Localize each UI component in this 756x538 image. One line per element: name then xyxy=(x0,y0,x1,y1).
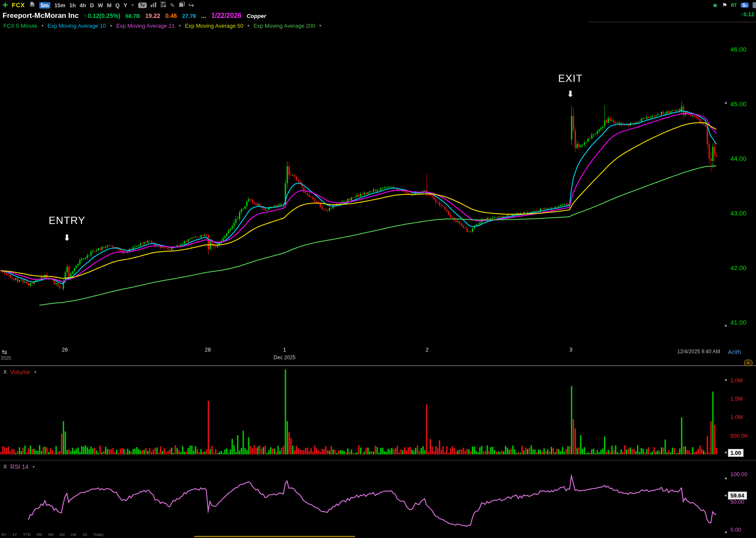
pencil-icon[interactable]: ✎ xyxy=(170,2,175,9)
year-label: 2025 xyxy=(1,355,11,361)
add-symbol-icon[interactable]: ✚ xyxy=(3,1,8,9)
calculator-icon[interactable] xyxy=(160,1,166,9)
realtime-label: RT xyxy=(731,3,737,8)
volume-bars-icon[interactable] xyxy=(151,1,157,9)
date-axis-tick: 3 xyxy=(569,346,572,353)
price-axis-label: 45.00 xyxy=(730,100,747,108)
range-ytd[interactable]: YTD xyxy=(23,532,31,537)
price-change: 0.12(0.25%) xyxy=(88,12,120,19)
stream-badge[interactable]: S▾ xyxy=(741,3,749,8)
axis-marker-icon: ◄ xyxy=(724,323,727,328)
price-axis-label: 43.00 xyxy=(730,209,747,217)
volume-axis-label: 500.0K xyxy=(730,433,748,439)
chart-series-label[interactable]: FCX 5 Minute xyxy=(3,23,37,29)
ema50-label[interactable]: Exp Moving Average 50 xyxy=(185,23,243,29)
rsi-last-value-box: 59.64 xyxy=(728,491,747,500)
scale-mode-label[interactable]: Arith xyxy=(728,348,741,355)
stream-badge-caret: ▾ xyxy=(745,4,747,7)
company-name: Freeport-McMoran Inc xyxy=(3,12,79,20)
tradingview-icon[interactable]: Tv xyxy=(138,3,147,8)
timeframe-day[interactable]: D xyxy=(90,2,94,9)
chevron-down-icon[interactable]: ▼ xyxy=(247,24,250,28)
expiry-date: 1/22/2026 xyxy=(211,12,241,20)
chevron-down-icon[interactable]: ▼ xyxy=(32,465,35,469)
close-pane-button[interactable]: X xyxy=(3,464,7,470)
rsi-axis-label: 100.00 xyxy=(730,471,747,477)
timeframe-dropdown-icon[interactable]: ▼ xyxy=(131,3,134,7)
date-axis-tick: 26 xyxy=(62,346,68,353)
pe-ratio: 19.22 xyxy=(145,12,160,19)
timeframe-year[interactable]: Y xyxy=(123,2,127,9)
timeframe-month[interactable]: M xyxy=(107,2,111,9)
date-axis-tick: 2 xyxy=(425,346,428,353)
timeframe-5m[interactable]: 5m xyxy=(39,2,51,9)
date-axis-tick: 28 xyxy=(205,346,211,353)
rsi-axis-label: 0.00 xyxy=(730,526,741,533)
volume-pane-header: X Volume ▼ xyxy=(3,369,37,375)
range-1d[interactable]: 1D xyxy=(82,532,87,537)
stat-value: 27.78 xyxy=(182,13,196,19)
volume-last-value-box: 1.00 xyxy=(728,449,744,457)
last-update-timestamp: 12/4/2025 9:40 AM xyxy=(677,349,720,355)
range-6m[interactable]: 6M xyxy=(37,532,42,537)
volume-pane-title[interactable]: Volume xyxy=(10,369,30,375)
range-1y[interactable]: 1Y xyxy=(12,532,17,537)
timeframe-week[interactable]: W xyxy=(98,2,103,9)
range-1w[interactable]: 1W xyxy=(71,532,77,537)
eps-value: 0.46 xyxy=(166,12,177,19)
ema200-label[interactable]: Exp Moving Average 200 xyxy=(253,23,315,29)
entry-arrow-icon: ⬇ xyxy=(64,233,71,243)
pane-divider[interactable] xyxy=(0,365,756,366)
chevron-down-icon[interactable]: ▼ xyxy=(34,370,37,374)
exit-annotation: EXIT xyxy=(558,73,582,84)
chart-canvas[interactable] xyxy=(0,0,756,538)
range-buttons: 5Y 1Y YTD 6M 3M 1M 1W 1D Today xyxy=(2,532,104,537)
range-slider[interactable] xyxy=(194,536,355,537)
mini-change-value: ↑0.12 xyxy=(741,11,754,17)
indicator-legend: FCX 5 Minute ▼ Exp Moving Average 10 ▼ E… xyxy=(0,21,683,30)
price-axis-label: 46.00 xyxy=(730,46,747,53)
timeframe-15m[interactable]: 15m xyxy=(54,2,65,9)
underlying-note: Copper xyxy=(247,13,266,19)
range-3m[interactable]: 3M xyxy=(48,532,54,537)
market-cap: 68.7B xyxy=(125,13,140,19)
chevron-down-icon[interactable]: ▼ xyxy=(41,24,44,28)
range-1m[interactable]: 1M xyxy=(59,532,65,537)
price-axis-label: 41.00 xyxy=(730,319,747,326)
share-icon[interactable]: ↪ xyxy=(189,1,194,9)
pane-divider[interactable] xyxy=(0,460,756,460)
timeframe-4h[interactable]: 4h xyxy=(80,2,86,9)
axis-marker-icon: ◄ xyxy=(724,450,727,454)
rsi-axis-label: 50.00 xyxy=(730,499,744,505)
entry-annotation: ENTRY xyxy=(49,215,85,227)
axis-marker-icon: ◄ xyxy=(724,493,727,497)
rsi-pane-title[interactable]: RSI 14 xyxy=(10,463,29,470)
chevron-down-icon[interactable]: ▼ xyxy=(319,24,322,28)
rsi-pane-header: X RSI 14 ▼ xyxy=(3,463,35,470)
timeframe-1h[interactable]: 1h xyxy=(69,2,76,9)
volume-axis-label: 1.5M xyxy=(730,396,743,402)
edge-icon[interactable] xyxy=(753,2,756,8)
pan-arrows-icon[interactable]: ⇆ xyxy=(2,348,7,356)
ema10-label[interactable]: Exp Moving Average 10 xyxy=(47,23,106,29)
price-axis-label: 44.00 xyxy=(730,155,747,162)
expand-panel-button[interactable]: » xyxy=(744,360,753,366)
more-stats-ellipsis[interactable]: ... xyxy=(201,12,206,19)
stamp-icon[interactable] xyxy=(29,1,35,9)
volume-axis-label: 2.0M xyxy=(730,377,743,384)
chevron-down-icon[interactable]: ▼ xyxy=(109,24,113,28)
close-pane-button[interactable]: X xyxy=(3,369,7,375)
top-toolbar: ✚ FCX 5m 15m 1h 4h D W M Q Y ▼ Tv ✎ ↪ ★ … xyxy=(0,0,756,10)
range-5y[interactable]: 5Y xyxy=(2,532,6,537)
price-axis-label: 42.00 xyxy=(730,264,747,271)
ema21-label[interactable]: Exp Moving Average 21 xyxy=(116,23,174,29)
volume-axis-label: 1.0M xyxy=(730,414,743,420)
symbol-label[interactable]: FCX xyxy=(12,2,25,9)
range-today[interactable]: Today xyxy=(93,532,104,537)
axis-marker-icon: ◄ xyxy=(724,378,727,382)
copy-icon[interactable] xyxy=(179,1,185,9)
chevron-down-icon[interactable]: ▼ xyxy=(178,24,181,28)
favorite-star-icon[interactable]: ★ xyxy=(712,1,718,9)
timeframe-quarter[interactable]: Q xyxy=(115,2,119,9)
flag-icon[interactable]: ⚑ xyxy=(722,2,727,9)
